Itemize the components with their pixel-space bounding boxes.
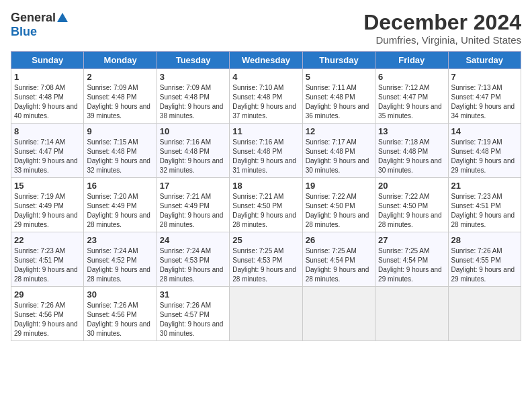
sun-info: Sunrise: 7:26 AMSunset: 4:56 PMDaylight:… bbox=[14, 301, 81, 338]
sun-info: Sunrise: 7:13 AMSunset: 4:47 PMDaylight:… bbox=[451, 83, 518, 121]
calendar-cell: 11Sunrise: 7:16 AMSunset: 4:48 PMDayligh… bbox=[230, 124, 302, 178]
calendar-cell: 5Sunrise: 7:11 AMSunset: 4:48 PMDaylight… bbox=[302, 69, 375, 124]
calendar-cell: 6Sunrise: 7:12 AMSunset: 4:47 PMDaylight… bbox=[375, 69, 448, 124]
day-number: 26 bbox=[306, 235, 372, 245]
day-number: 25 bbox=[232, 235, 299, 245]
calendar-cell: 28Sunrise: 7:26 AMSunset: 4:55 PMDayligh… bbox=[448, 232, 521, 287]
calendar-cell: 3Sunrise: 7:09 AMSunset: 4:48 PMDaylight… bbox=[157, 69, 229, 124]
calendar-cell bbox=[230, 287, 302, 341]
day-of-week-header: Friday bbox=[375, 52, 448, 69]
day-number: 17 bbox=[160, 181, 226, 191]
sun-info: Sunrise: 7:25 AMSunset: 4:54 PMDaylight:… bbox=[378, 246, 445, 284]
calendar-cell: 30Sunrise: 7:26 AMSunset: 4:56 PMDayligh… bbox=[84, 287, 157, 341]
day-number: 15 bbox=[14, 181, 81, 191]
calendar-cell: 1Sunrise: 7:08 AMSunset: 4:48 PMDaylight… bbox=[11, 69, 84, 124]
calendar-cell: 24Sunrise: 7:24 AMSunset: 4:53 PMDayligh… bbox=[157, 232, 229, 287]
calendar-cell: 29Sunrise: 7:26 AMSunset: 4:56 PMDayligh… bbox=[11, 287, 84, 341]
month-title: December 2024 bbox=[363, 11, 521, 34]
calendar-cell: 2Sunrise: 7:09 AMSunset: 4:48 PMDaylight… bbox=[84, 69, 157, 124]
day-number: 2 bbox=[87, 72, 153, 82]
day-number: 27 bbox=[378, 235, 445, 245]
sun-info: Sunrise: 7:26 AMSunset: 4:55 PMDaylight:… bbox=[451, 246, 518, 284]
calendar-cell: 17Sunrise: 7:21 AMSunset: 4:49 PMDayligh… bbox=[157, 178, 229, 232]
header-row: SundayMondayTuesdayWednesdayThursdayFrid… bbox=[11, 52, 521, 69]
calendar-cell: 18Sunrise: 7:21 AMSunset: 4:50 PMDayligh… bbox=[230, 178, 302, 232]
day-number: 9 bbox=[87, 126, 153, 136]
day-number: 13 bbox=[378, 126, 445, 136]
calendar-cell: 14Sunrise: 7:19 AMSunset: 4:48 PMDayligh… bbox=[448, 124, 521, 178]
logo: General Blue bbox=[11, 11, 68, 39]
sun-info: Sunrise: 7:26 AMSunset: 4:56 PMDaylight:… bbox=[87, 301, 153, 338]
sun-info: Sunrise: 7:21 AMSunset: 4:50 PMDaylight:… bbox=[232, 192, 299, 230]
sun-info: Sunrise: 7:16 AMSunset: 4:48 PMDaylight:… bbox=[160, 138, 226, 175]
location: Dumfries, Virginia, United States bbox=[363, 34, 521, 46]
calendar-cell: 26Sunrise: 7:25 AMSunset: 4:54 PMDayligh… bbox=[302, 232, 375, 287]
sun-info: Sunrise: 7:09 AMSunset: 4:48 PMDaylight:… bbox=[87, 83, 153, 121]
calendar-cell: 10Sunrise: 7:16 AMSunset: 4:48 PMDayligh… bbox=[157, 124, 229, 178]
day-number: 22 bbox=[14, 235, 81, 245]
sun-info: Sunrise: 7:21 AMSunset: 4:49 PMDaylight:… bbox=[160, 192, 226, 230]
day-number: 11 bbox=[232, 126, 299, 136]
sun-info: Sunrise: 7:17 AMSunset: 4:48 PMDaylight:… bbox=[306, 138, 372, 175]
calendar-cell: 15Sunrise: 7:19 AMSunset: 4:49 PMDayligh… bbox=[11, 178, 84, 232]
day-number: 1 bbox=[14, 72, 81, 82]
sun-info: Sunrise: 7:14 AMSunset: 4:47 PMDaylight:… bbox=[14, 138, 81, 175]
day-number: 7 bbox=[451, 72, 518, 82]
day-of-week-header: Tuesday bbox=[157, 52, 229, 69]
calendar-cell: 9Sunrise: 7:15 AMSunset: 4:48 PMDaylight… bbox=[84, 124, 157, 178]
sun-info: Sunrise: 7:24 AMSunset: 4:52 PMDaylight:… bbox=[87, 246, 153, 284]
day-number: 19 bbox=[306, 181, 372, 191]
sun-info: Sunrise: 7:24 AMSunset: 4:53 PMDaylight:… bbox=[160, 246, 226, 284]
calendar-cell: 13Sunrise: 7:18 AMSunset: 4:48 PMDayligh… bbox=[375, 124, 448, 178]
sun-info: Sunrise: 7:11 AMSunset: 4:48 PMDaylight:… bbox=[306, 83, 372, 121]
day-of-week-header: Sunday bbox=[11, 52, 84, 69]
calendar-cell: 4Sunrise: 7:10 AMSunset: 4:48 PMDaylight… bbox=[230, 69, 302, 124]
header: General Blue December 2024 Dumfries, Vir… bbox=[11, 11, 521, 46]
calendar-cell: 31Sunrise: 7:26 AMSunset: 4:57 PMDayligh… bbox=[157, 287, 229, 341]
calendar-week-row: 15Sunrise: 7:19 AMSunset: 4:49 PMDayligh… bbox=[11, 178, 521, 232]
day-of-week-header: Monday bbox=[84, 52, 157, 69]
calendar-cell bbox=[302, 287, 375, 341]
calendar-cell: 22Sunrise: 7:23 AMSunset: 4:51 PMDayligh… bbox=[11, 232, 84, 287]
day-number: 8 bbox=[14, 126, 81, 136]
day-of-week-header: Wednesday bbox=[230, 52, 302, 69]
calendar-cell: 20Sunrise: 7:22 AMSunset: 4:50 PMDayligh… bbox=[375, 178, 448, 232]
day-number: 4 bbox=[232, 72, 299, 82]
day-number: 29 bbox=[14, 289, 81, 300]
sun-info: Sunrise: 7:20 AMSunset: 4:49 PMDaylight:… bbox=[87, 192, 153, 230]
sun-info: Sunrise: 7:12 AMSunset: 4:47 PMDaylight:… bbox=[378, 83, 445, 121]
day-number: 12 bbox=[306, 126, 372, 136]
day-of-week-header: Saturday bbox=[448, 52, 521, 69]
sun-info: Sunrise: 7:22 AMSunset: 4:50 PMDaylight:… bbox=[306, 192, 372, 230]
day-number: 23 bbox=[87, 235, 153, 245]
day-number: 5 bbox=[306, 72, 372, 82]
calendar-week-row: 8Sunrise: 7:14 AMSunset: 4:47 PMDaylight… bbox=[11, 124, 521, 178]
day-number: 16 bbox=[87, 181, 153, 191]
sun-info: Sunrise: 7:15 AMSunset: 4:48 PMDaylight:… bbox=[87, 138, 153, 175]
day-number: 3 bbox=[160, 72, 226, 82]
day-number: 30 bbox=[87, 289, 153, 300]
calendar-cell bbox=[448, 287, 521, 341]
day-number: 10 bbox=[160, 126, 226, 136]
day-number: 14 bbox=[451, 126, 518, 136]
sun-info: Sunrise: 7:23 AMSunset: 4:51 PMDaylight:… bbox=[451, 192, 518, 230]
sun-info: Sunrise: 7:19 AMSunset: 4:49 PMDaylight:… bbox=[14, 192, 81, 230]
calendar-cell: 19Sunrise: 7:22 AMSunset: 4:50 PMDayligh… bbox=[302, 178, 375, 232]
day-of-week-header: Thursday bbox=[302, 52, 375, 69]
day-number: 28 bbox=[451, 235, 518, 245]
sun-info: Sunrise: 7:22 AMSunset: 4:50 PMDaylight:… bbox=[378, 192, 445, 230]
sun-info: Sunrise: 7:23 AMSunset: 4:51 PMDaylight:… bbox=[14, 246, 81, 284]
sun-info: Sunrise: 7:16 AMSunset: 4:48 PMDaylight:… bbox=[232, 138, 299, 175]
sun-info: Sunrise: 7:18 AMSunset: 4:48 PMDaylight:… bbox=[378, 138, 445, 175]
sun-info: Sunrise: 7:26 AMSunset: 4:57 PMDaylight:… bbox=[160, 301, 226, 338]
page: General Blue December 2024 Dumfries, Vir… bbox=[0, 0, 532, 347]
calendar-week-row: 1Sunrise: 7:08 AMSunset: 4:48 PMDaylight… bbox=[11, 69, 521, 124]
sun-info: Sunrise: 7:09 AMSunset: 4:48 PMDaylight:… bbox=[160, 83, 226, 121]
sun-info: Sunrise: 7:25 AMSunset: 4:54 PMDaylight:… bbox=[306, 246, 372, 284]
day-number: 6 bbox=[378, 72, 445, 82]
calendar-cell: 27Sunrise: 7:25 AMSunset: 4:54 PMDayligh… bbox=[375, 232, 448, 287]
calendar-cell: 7Sunrise: 7:13 AMSunset: 4:47 PMDaylight… bbox=[448, 69, 521, 124]
sun-info: Sunrise: 7:19 AMSunset: 4:48 PMDaylight:… bbox=[451, 138, 518, 175]
calendar-cell: 25Sunrise: 7:25 AMSunset: 4:53 PMDayligh… bbox=[230, 232, 302, 287]
sun-info: Sunrise: 7:08 AMSunset: 4:48 PMDaylight:… bbox=[14, 83, 81, 121]
